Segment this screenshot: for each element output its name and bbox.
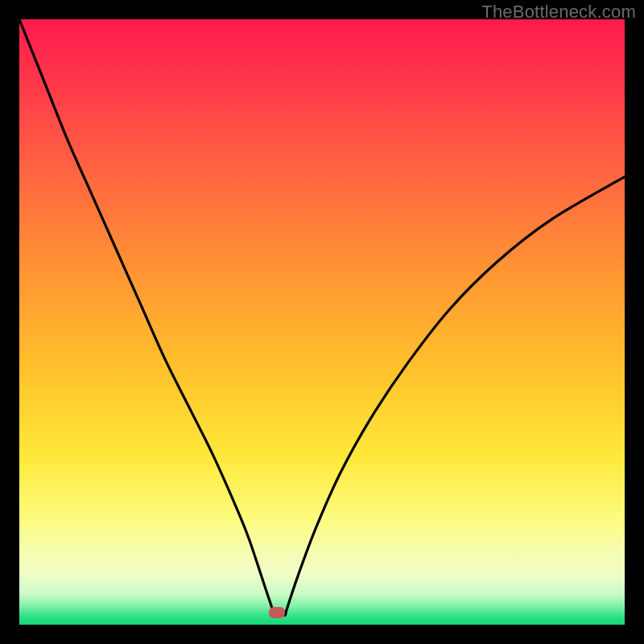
chart-frame: TheBottleneck.com xyxy=(0,0,644,644)
bottleneck-curve xyxy=(19,19,625,625)
plot-area xyxy=(19,19,625,625)
valley-marker xyxy=(269,607,285,618)
curve-path xyxy=(19,19,625,615)
